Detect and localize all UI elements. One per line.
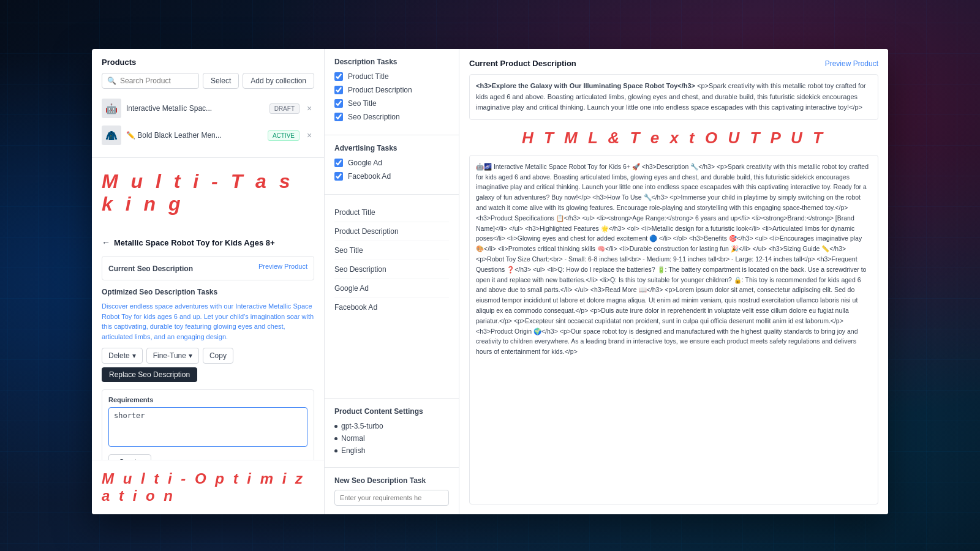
search-icon: 🔍 <box>107 77 116 85</box>
current-product-desc: <h3>Explore the Galaxy with Our Illumina… <box>469 74 878 120</box>
current-product-title: Current Product Description <box>469 59 576 68</box>
select-button[interactable]: Select <box>203 73 239 89</box>
products-header: Products <box>102 58 314 67</box>
fine-tune-label: Fine-Tune <box>153 351 186 360</box>
task-seo-title: Seo Title <box>334 99 449 108</box>
task-label-product-title: Product Title <box>348 72 389 81</box>
task-nav-seo-title[interactable]: Seo Title <box>334 241 449 260</box>
fine-tune-button[interactable]: Fine-Tune ▾ <box>146 348 199 364</box>
task-nav-seo-desc[interactable]: Seo Description <box>334 260 449 279</box>
replace-seo-button[interactable]: Replace Seo Description <box>102 367 197 382</box>
multi-optimization-banner: M u l t i - O p t i m i z a t i o n <box>92 460 324 514</box>
advertising-tasks-section: Advertising Tasks Google Ad Facebook Ad <box>325 135 459 195</box>
dot-icon-gpt <box>334 425 337 428</box>
middle-panel: Description Tasks Product Title Product … <box>325 49 459 514</box>
preview-link[interactable]: Preview Product <box>258 263 307 270</box>
new-task-section: New Seo Description Task <box>325 467 459 514</box>
delete-button[interactable]: Delete ▾ <box>102 348 143 364</box>
product-close-1[interactable]: × <box>304 103 314 113</box>
task-label-seo-title: Seo Title <box>348 99 377 108</box>
html-output-text: H T M L & T e x t O U T P U T <box>522 129 826 147</box>
product-thumb-2: 🧥 <box>102 126 121 145</box>
action-row: Delete ▾ Fine-Tune ▾ Copy Replace Seo De… <box>102 348 314 382</box>
multi-tasking-text: M u l t i - T a s k i n g <box>102 170 314 216</box>
task-nav-product-title[interactable]: Product Title <box>334 203 449 222</box>
task-checkbox-facebook-ad[interactable] <box>334 172 343 181</box>
content-label-gpt: gpt-3.5-turbo <box>341 422 383 430</box>
search-input-wrap[interactable]: 🔍 <box>102 73 199 89</box>
product-content-section: Product Content Settings gpt-3.5-turbo N… <box>325 399 459 467</box>
product-item-1[interactable]: 🤖 Interactive Metallic Spac... DRAFT × <box>102 95 314 122</box>
product-name-1: Interactive Metallic Spac... <box>126 104 265 113</box>
left-panel: Products 🔍 Select Add by collection 🤖 In… <box>92 49 325 514</box>
delete-chevron: ▾ <box>132 351 136 360</box>
product-close-2[interactable]: × <box>304 130 314 140</box>
new-task-input[interactable] <box>334 490 449 506</box>
main-container: Products 🔍 Select Add by collection 🤖 In… <box>92 49 888 514</box>
html-content-body: 🤖🌌 Interactive Metallic Space Robot Toy … <box>476 163 869 355</box>
create-button[interactable]: Create <box>108 454 151 460</box>
html-output-banner: H T M L & T e x t O U T P U T <box>469 129 878 148</box>
current-product-header-row: Current Product Description Preview Prod… <box>469 59 878 68</box>
breadcrumb-row: ← Metallic Space Robot Toy for Kids Ages… <box>102 238 314 247</box>
copy-button[interactable]: Copy <box>203 348 233 364</box>
seo-desc-box: Current Seo Description Preview Product <box>102 256 314 280</box>
breadcrumb-title: Metallic Space Robot Toy for Kids Ages 8… <box>114 238 275 247</box>
task-seo-description: Seo Description <box>334 113 449 121</box>
product-content-header: Product Content Settings <box>334 407 449 416</box>
dot-icon-english <box>334 449 337 452</box>
content-item-normal: Normal <box>334 434 449 443</box>
multi-optimization-text: M u l t i - O p t i m i z a t i o n <box>102 470 314 504</box>
product-name-2: ✏️ Bold Black Leather Men... <box>126 131 263 140</box>
content-item-english: English <box>334 446 449 455</box>
breadcrumb-arrow[interactable]: ← <box>102 238 110 247</box>
search-input[interactable] <box>120 77 194 85</box>
add-collection-button[interactable]: Add by collection <box>243 73 314 89</box>
left-bottom: ← Metallic Space Robot Toy for Kids Ages… <box>92 228 324 460</box>
task-checkbox-product-title[interactable] <box>334 72 343 81</box>
task-label-product-desc: Product Description <box>348 86 412 94</box>
product-thumb-1: 🤖 <box>102 99 121 118</box>
task-nav-product-desc[interactable]: Product Description <box>334 222 449 241</box>
product-list: 🤖 Interactive Metallic Spac... DRAFT × 🧥… <box>102 95 314 149</box>
requirements-section: Requirements shorter Create <box>102 389 314 460</box>
search-row: 🔍 Select Add by collection <box>102 73 314 89</box>
task-label-seo-desc: Seo Description <box>348 113 400 121</box>
task-nav-facebook-ad[interactable]: Facebook Ad <box>334 298 449 317</box>
fine-tune-chevron: ▾ <box>189 351 192 360</box>
task-facebook-ad: Facebook Ad <box>334 172 449 181</box>
description-tasks-header: Description Tasks <box>334 58 449 66</box>
task-label-facebook-ad: Facebook Ad <box>348 172 391 181</box>
task-product-description: Product Description <box>334 86 449 94</box>
html-content-area: 🤖🌌 Interactive Metallic Space Robot Toy … <box>469 155 878 504</box>
current-seo-label: Current Seo Description <box>108 264 193 273</box>
product-badge-1: DRAFT <box>270 103 300 114</box>
description-tasks-section: Description Tasks Product Title Product … <box>325 49 459 135</box>
requirements-label: Requirements <box>108 396 307 403</box>
requirements-textarea[interactable]: shorter <box>108 407 307 447</box>
multi-tasking-banner: M u l t i - T a s k i n g <box>92 158 324 228</box>
task-product-title: Product Title <box>334 72 449 81</box>
task-label-google-ad: Google Ad <box>348 159 382 167</box>
content-label-english: English <box>341 446 365 455</box>
content-item-gpt: gpt-3.5-turbo <box>334 422 449 430</box>
preview-product-link[interactable]: Preview Product <box>825 59 878 68</box>
task-nav-google-ad[interactable]: Google Ad <box>334 279 449 298</box>
content-label-normal: Normal <box>341 434 365 443</box>
optimized-tasks-section: Optimized Seo Description Tasks Discover… <box>102 288 314 382</box>
dot-icon-normal <box>334 437 337 440</box>
products-section: Products 🔍 Select Add by collection 🤖 In… <box>92 49 324 158</box>
task-checkbox-seo-desc[interactable] <box>334 113 343 121</box>
task-checkbox-product-desc[interactable] <box>334 86 343 94</box>
delete-label: Delete <box>108 351 130 360</box>
new-task-header: New Seo Description Task <box>334 476 449 485</box>
task-checkbox-google-ad[interactable] <box>334 159 343 167</box>
task-checkbox-seo-title[interactable] <box>334 99 343 108</box>
product-item-2[interactable]: 🧥 ✏️ Bold Black Leather Men... ACTIVE × <box>102 122 314 149</box>
task-google-ad: Google Ad <box>334 159 449 167</box>
optimized-tasks-header: Optimized Seo Description Tasks <box>102 288 314 296</box>
right-panel: Current Product Description Preview Prod… <box>459 49 888 514</box>
product-badge-2: ACTIVE <box>268 130 300 141</box>
optimized-tasks-desc: Discover endless space adventures with o… <box>102 301 314 342</box>
current-product-desc-heading: <h3>Explore the Galaxy with Our Illumina… <box>476 82 695 89</box>
